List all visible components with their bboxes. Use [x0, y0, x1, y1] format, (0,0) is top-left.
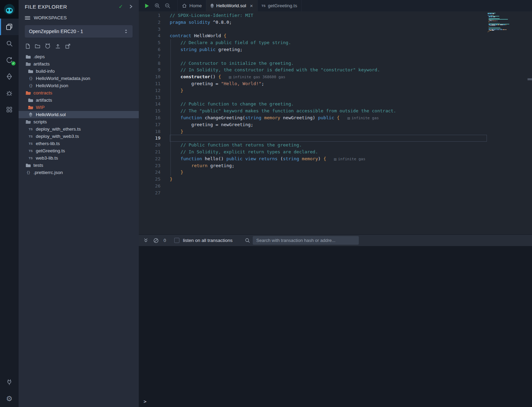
line-number[interactable]: 20	[139, 142, 170, 149]
code-line-15[interactable]: // The "public" keyword makes the functi…	[170, 108, 487, 114]
code-line-19[interactable]	[170, 135, 487, 142]
file-explorer-icon[interactable]	[0, 19, 19, 35]
debugger-icon[interactable]	[0, 85, 19, 101]
line-number[interactable]: 3	[139, 26, 170, 33]
upload-file-icon[interactable]	[55, 43, 61, 49]
line-number[interactable]: 16	[139, 114, 170, 121]
settings-icon[interactable]: ⚙	[0, 390, 19, 407]
tree-item-contracts[interactable]: contracts	[19, 89, 139, 96]
code-line-5[interactable]: // Declare a public field of type string…	[170, 39, 487, 46]
tree-item-tests[interactable]: tests	[19, 162, 139, 169]
run-script-button[interactable]	[142, 0, 152, 11]
transaction-search-input[interactable]	[253, 236, 359, 245]
tree-item-deps[interactable]: .deps	[19, 53, 139, 60]
tree-item-wip[interactable]: WIP	[19, 104, 139, 111]
deploy-run-icon[interactable]	[0, 68, 19, 85]
remix-logo[interactable]	[0, 0, 19, 19]
solidity-compiler-icon[interactable]: ✓	[0, 52, 19, 68]
code-line-22[interactable]: function hello() public view returns (st…	[170, 155, 487, 162]
line-number[interactable]: 1	[139, 12, 170, 19]
new-folder-icon[interactable]	[35, 43, 40, 49]
line-number[interactable]: 21	[139, 149, 170, 155]
validate-check-icon[interactable]: ✓	[118, 3, 123, 10]
code-line-23[interactable]: return greeting;	[170, 162, 487, 169]
tab-close-icon[interactable]: ×	[250, 3, 253, 8]
code-line-13[interactable]	[170, 94, 487, 101]
line-number[interactable]: 15	[139, 108, 170, 114]
line-number[interactable]: 7	[139, 53, 170, 60]
tree-item-artifacts[interactable]: artifacts	[19, 60, 139, 68]
minimap[interactable]	[488, 13, 517, 34]
code-line-18[interactable]: }	[170, 128, 487, 135]
code-line-25[interactable]: }	[170, 176, 487, 183]
line-number[interactable]: 6	[139, 46, 170, 53]
clear-console-icon[interactable]	[153, 238, 159, 243]
line-number[interactable]: 8	[139, 60, 170, 67]
line-number[interactable]: 11	[139, 80, 170, 87]
code-line-11[interactable]: greeting = "Hello, World!";	[170, 80, 487, 87]
zoom-out-icon[interactable]	[162, 0, 173, 11]
code-line-1[interactable]: // SPDX-License-Identifier: MIT	[170, 12, 487, 19]
plugin-manager-icon[interactable]	[0, 101, 19, 118]
code-line-26[interactable]	[170, 183, 487, 190]
new-file-icon[interactable]	[25, 43, 30, 49]
tree-item-artifacts[interactable]: artifacts	[19, 96, 139, 104]
code-line-20[interactable]: // Public function that returns the gree…	[170, 142, 487, 149]
line-number[interactable]: 22	[139, 155, 170, 162]
tree-item-helloworld-json[interactable]: {}HelloWorld.json	[19, 82, 139, 89]
code-line-4[interactable]: contract HelloWorld {	[170, 32, 487, 39]
tree-item-scripts[interactable]: scripts	[19, 118, 139, 125]
code-line-2[interactable]: pragma solidity ^0.8.0;	[170, 19, 487, 26]
line-number[interactable]: 2	[139, 19, 170, 26]
line-number[interactable]: 5	[139, 39, 170, 46]
tree-item-ethers-lib-ts[interactable]: TSethers-lib.ts	[19, 140, 139, 147]
zoom-in-icon[interactable]	[152, 0, 162, 11]
tree-item-web3-lib-ts[interactable]: TSweb3-lib.ts	[19, 154, 139, 162]
workspace-select[interactable]: OpenZeppelin ERC20 - 1	[25, 25, 133, 38]
line-number[interactable]: 12	[139, 87, 170, 94]
code-line-17[interactable]: greeting = newGreeting;	[170, 121, 487, 128]
listen-transactions-checkbox[interactable]	[174, 238, 179, 243]
code-line-16[interactable]: function changeGreeting(string memory ne…	[170, 114, 487, 121]
line-number[interactable]: 4	[139, 32, 170, 39]
line-number[interactable]: 13	[139, 94, 170, 101]
clone-repository-icon[interactable]	[45, 43, 51, 49]
terminal-output[interactable]: >	[139, 246, 532, 407]
code-line-3[interactable]	[170, 26, 487, 33]
code-line-12[interactable]: }	[170, 87, 487, 94]
publish-icon[interactable]	[65, 43, 71, 49]
line-number[interactable]: 18	[139, 128, 170, 135]
line-number[interactable]: 25	[139, 176, 170, 183]
line-number[interactable]: 24	[139, 169, 170, 176]
tree-item-prettierrc-json[interactable]: {}.prettierrc.json	[19, 169, 139, 176]
tab-helloworld-sol[interactable]: HelloWorld.sol ×	[206, 0, 258, 11]
hamburger-menu-icon[interactable]	[25, 16, 30, 20]
expand-terminal-icon[interactable]	[143, 238, 148, 243]
line-number[interactable]: 19	[139, 135, 170, 142]
terminal-search-icon[interactable]	[245, 238, 250, 243]
code-line-27[interactable]	[170, 190, 487, 196]
tree-item-deploy-with-ethers-ts[interactable]: TSdeploy_with_ethers.ts	[19, 125, 139, 133]
code-line-24[interactable]: }	[170, 169, 487, 176]
scrollbar-thumb[interactable]	[528, 78, 532, 80]
line-number[interactable]: 9	[139, 67, 170, 73]
tab-getgreeting-ts[interactable]: TS getGreeting.ts	[258, 0, 302, 11]
code-line-8[interactable]: // Constructor to initialize the greetin…	[170, 60, 487, 67]
code-line-21[interactable]: // In Solidity, explicit return types ar…	[170, 149, 487, 155]
tree-item-build-info[interactable]: build-info	[19, 68, 139, 75]
line-number[interactable]: 10	[139, 73, 170, 80]
code-line-7[interactable]	[170, 53, 487, 60]
tree-item-deploy-with-web3-ts[interactable]: TSdeploy_with_web3.ts	[19, 133, 139, 140]
code-line-14[interactable]: // Public function to change the greetin…	[170, 101, 487, 108]
code-line-6[interactable]: string public greeting;	[170, 46, 487, 53]
line-number[interactable]: 26	[139, 183, 170, 190]
tree-item-getgreeting-ts[interactable]: TSgetGreeting.ts	[19, 147, 139, 154]
code-area[interactable]: // SPDX-License-Identifier: MITpragma so…	[170, 11, 532, 234]
tree-item-helloworld-metadata-json[interactable]: {}HelloWorld_metadata.json	[19, 75, 139, 82]
code-line-10[interactable]: constructor() {▤infinite gas 368600 gas	[170, 73, 487, 80]
tree-item-helloworld-sol[interactable]: HelloWorld.sol	[19, 111, 139, 118]
line-number[interactable]: 23	[139, 162, 170, 169]
line-number[interactable]: 27	[139, 190, 170, 196]
line-number[interactable]: 14	[139, 101, 170, 108]
plugin-connect-icon[interactable]	[0, 374, 19, 390]
